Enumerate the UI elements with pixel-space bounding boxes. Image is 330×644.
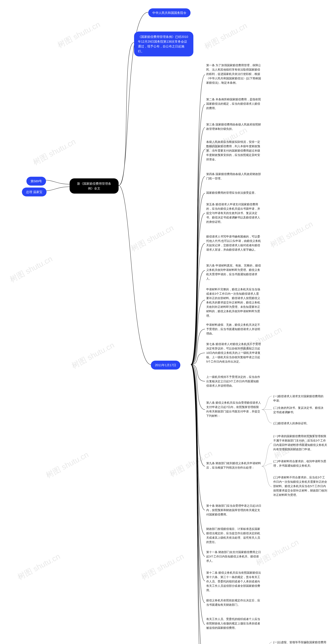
article-8-sub1: (一)赔偿请求人请求支付国家赔偿费用的申请; bbox=[273, 394, 325, 403]
article-9-sub3: (三)申请材料不符合要求的，应当在3个工作日内一次告知赔偿义务机关需要补正的全部… bbox=[273, 475, 327, 497]
article-3: 第三条 国家赔偿费用由各级人民政府按照财政管理体制分级负担。 bbox=[206, 122, 262, 131]
article-11: 第十一条 财政部门自支付国家赔偿费用之日起3个工作日内告知赔偿义务机关、赔偿请求… bbox=[206, 550, 262, 563]
article-6: 第六条 申请材料真实、有效、完整的，赔偿义务机关收到申请材料即为受理。赔偿义务机… bbox=[206, 264, 262, 281]
article-8-sub2: (二)生效的判决书、复议决定书、赔偿决定书或者调解书; bbox=[273, 406, 325, 414]
watermark: 树图 shutu.cn bbox=[228, 641, 275, 644]
watermark: 树图 shutu.cn bbox=[44, 450, 90, 480]
article-4b: 国家赔偿费用的管理应当依法接受监督。 bbox=[206, 190, 262, 195]
premier-node[interactable]: 总理 温家宝 bbox=[22, 188, 47, 196]
article-9: 第九条 财政部门收到赔偿义务机关申请材料后，应当根据下列情况分别作出处理： bbox=[206, 461, 262, 470]
date-node[interactable]: 2011年1月17日 bbox=[151, 361, 180, 370]
article-6c: 申请材料虚假、无效，赔偿义务机关决定不予受理的，应当书面通知赔偿请求人并说明理由… bbox=[206, 323, 262, 336]
article-4: 第四条 国家赔偿费用由各级人民政府财政部门统一管理。 bbox=[206, 172, 262, 181]
article-3b: 各级人民政府应当根据实际情况，安排一定数额的国家赔偿费用，列入本级年度财政预算。… bbox=[206, 140, 262, 162]
connector-layer bbox=[0, 0, 330, 644]
article-1: 第一条 为了加强国家赔偿费用管理，保障公民、法人和其他组织享有依法取得国家赔偿的… bbox=[206, 63, 262, 85]
article-2: 第二条 本条例所称国家赔偿费用，是指依照国家赔偿法的规定，应当向赔偿请求人赔偿的… bbox=[206, 97, 262, 110]
article-10b: 财政部门发现赔偿项目、计算标准违反国家赔偿法规定的，应当提交作出赔偿决定的机关或… bbox=[206, 527, 262, 544]
watermark: 树图 shutu.cn bbox=[70, 340, 116, 371]
watermark: 树图 shutu.cn bbox=[16, 551, 62, 582]
watermark: 树图 shutu.cn bbox=[139, 551, 186, 582]
watermark: 树图 shutu.cn bbox=[129, 223, 175, 254]
article-5: 第五条 赔偿请求人申请支付国家赔偿费用的，应当向赔偿义务机关提出书面申请，并提交… bbox=[206, 202, 262, 224]
watermark: 树图 shutu.cn bbox=[8, 254, 54, 285]
root-title-l2: 例》全文 bbox=[74, 186, 115, 191]
watermark: 树图 shutu.cn bbox=[203, 20, 249, 52]
article-13-sub1: (一)以虚报、冒领等手段骗取国家赔偿费用的; bbox=[273, 640, 327, 644]
article-9-sub2: (二)申请材料符合要求的，收到申请即为受理，并书面通知赔偿义务机关; bbox=[273, 459, 327, 468]
watermark: 树图 shutu.cn bbox=[56, 19, 102, 50]
article-12c: 有关工作人员、受委托的组织或者个人应当依照财政收入收缴的规定上缴应当承担或者被追… bbox=[206, 617, 262, 630]
article-6b: 申请材料不完整的，赔偿义务机关应当当场或者在3个工作日内一次告知赔偿请求人需要补… bbox=[206, 287, 262, 318]
root-node[interactable]: 新《国家赔偿费用管理条 例》全文 bbox=[70, 178, 119, 194]
root-title-l1: 新《国家赔偿费用管理条 bbox=[74, 181, 115, 186]
watermark: 树图 shutu.cn bbox=[31, 136, 78, 168]
article-7b: 上一级机关维持不予受理决定的，应当自作出复核决定之日起3个工作日内书面通知赔偿请… bbox=[206, 375, 262, 388]
watermark: 树图 shutu.cn bbox=[268, 219, 315, 250]
article-5b: 赔偿请求人书写申请书确有困难的，可以委托他人代书;也可以口头申请，由赔偿义务机关… bbox=[206, 234, 262, 252]
promulgation-node[interactable]: 《国家赔偿费用管理条例》已经2010年12月29日国务院第138次常务会议通过，… bbox=[134, 32, 193, 56]
decree-node[interactable]: 中华人民共和国国务院令 bbox=[148, 8, 191, 17]
article-8-sub3: (三)赔偿请求人的身份证明。 bbox=[273, 421, 325, 426]
article-9-sub1: (一)申请的国家赔偿费用依照预算管理权限不属于本财政部门支付的，应当在3个工作日… bbox=[273, 434, 327, 452]
article-12: 第十二条 赔偿义务机关应当依照国家赔偿法第十六条、第三十一条的规定，责令有关工作… bbox=[206, 570, 262, 592]
article-7: 第七条 赔偿请求人对赔偿义务机关不予受理决定有异议的，可以自收到书面通知之日起1… bbox=[206, 342, 262, 364]
article-8: 第八条 赔偿义务机关应当自受理赔偿请求人支付申请之日起7日内，依照预算管理权限向… bbox=[206, 400, 262, 418]
order-number-node[interactable]: 第589号 bbox=[27, 177, 46, 186]
article-12b: 赔偿义务机关依照前款规定作出决定后，应当书面通知有关财政部门。 bbox=[206, 598, 262, 607]
article-10: 第十条 财政部门应当自受理申请之日起15日内，按照预算和财政国库管理的有关规定支… bbox=[206, 504, 262, 517]
